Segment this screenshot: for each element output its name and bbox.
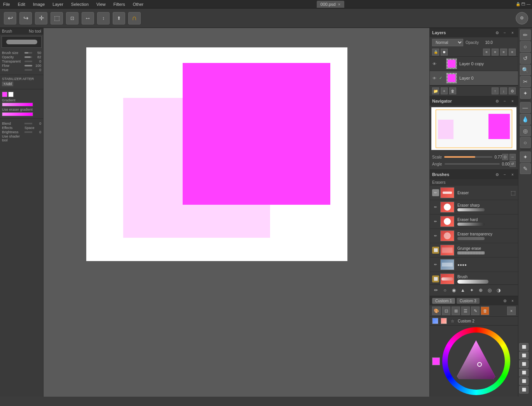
navigator-preview[interactable]: [431, 107, 516, 150]
redo-btn[interactable]: ↪: [19, 12, 32, 24]
flip-v-btn[interactable]: ↕: [97, 12, 110, 24]
dodge-tool-btn[interactable]: ◎: [486, 286, 494, 294]
fit-canvas-btn[interactable]: ⊡: [502, 154, 508, 160]
angle-slider[interactable]: [445, 163, 500, 165]
layer-0-copy-item[interactable]: 👁 Layer 0 copy: [430, 57, 518, 71]
lock-icon[interactable]: 🔒: [432, 49, 439, 56]
stamp-tool-btn[interactable]: ✦: [468, 286, 476, 294]
add-stabilizer-btn[interactable]: +Add: [2, 82, 13, 86]
layers-settings-icon[interactable]: ⚙: [494, 30, 500, 36]
preset-gradient-icon2[interactable]: [441, 318, 447, 324]
star-icon[interactable]: ☆: [449, 318, 455, 324]
delete-layer-btn[interactable]: 🗑: [449, 87, 456, 94]
replace-tool-btn[interactable]: ⊕: [477, 286, 485, 294]
export-btn[interactable]: ⬆: [113, 12, 125, 24]
actual-size-btn[interactable]: ↔: [509, 154, 516, 160]
layer-settings-btn[interactable]: ⚙: [509, 87, 516, 94]
color-swatches-btn[interactable]: ⊡: [442, 307, 450, 315]
brush-eraser-hard[interactable]: ✏ Eraser hard: [430, 214, 518, 229]
active-color-swatch[interactable]: [432, 357, 440, 365]
brightness-slider[interactable]: [24, 131, 32, 133]
menu-layer[interactable]: Layer: [51, 1, 65, 7]
layers-align3-icon[interactable]: ≡: [500, 49, 507, 56]
rt-zoom-btn[interactable]: 🔍: [520, 64, 531, 75]
move-up-btn[interactable]: ↑: [492, 87, 499, 94]
brushes-close-icon[interactable]: ×: [509, 171, 516, 178]
brush-dots[interactable]: ✏ ●●●●: [430, 258, 518, 272]
color-palette-btn[interactable]: 🎨: [432, 307, 441, 315]
tab-close-btn[interactable]: ×: [338, 2, 340, 7]
rt-extra-btn[interactable]: ✦: [520, 152, 531, 162]
rt-smudge-btn[interactable]: ◎: [520, 125, 531, 136]
menu-edit[interactable]: Edit: [16, 1, 27, 7]
menu-image[interactable]: Image: [31, 1, 47, 7]
rt-eyedrop-btn[interactable]: 💧: [520, 114, 531, 125]
blur-tool-btn[interactable]: ◉: [450, 286, 458, 294]
layers-align2-icon[interactable]: ≡: [492, 49, 499, 56]
pencil-tool-btn[interactable]: ✏: [432, 286, 440, 294]
rt-line-btn[interactable]: —: [520, 102, 531, 113]
bottom-icon-4[interactable]: ⬜: [519, 369, 529, 376]
rt-circle-btn[interactable]: ○: [520, 41, 531, 52]
new-group-btn[interactable]: 📁: [432, 87, 439, 94]
layer-0-copy-vis[interactable]: 👁: [432, 61, 437, 66]
opacity-slider[interactable]: [24, 56, 32, 58]
color-delete-btn[interactable]: 🗑: [481, 307, 489, 315]
flip-h-btn[interactable]: ↔: [82, 12, 94, 24]
select-transform-btn[interactable]: ⊡: [66, 12, 78, 24]
menu-filters[interactable]: Filters: [112, 1, 127, 7]
menu-selection[interactable]: Selection: [70, 1, 90, 7]
color-wheel-container[interactable]: [442, 327, 510, 395]
navigator-minimize-icon[interactable]: −: [502, 98, 508, 104]
scale-slider[interactable]: [444, 156, 492, 158]
preset-gradient-icon1[interactable]: [432, 318, 438, 324]
undo-btn[interactable]: ↩: [4, 12, 16, 24]
color-panel-close-icon[interactable]: ×: [509, 298, 516, 304]
bottom-icon-2[interactable]: ⬜: [519, 352, 529, 359]
fill-tool-btn[interactable]: ▲: [459, 286, 467, 294]
rt-pencil-btn[interactable]: ✏: [520, 30, 531, 40]
navigator-settings-icon[interactable]: ⚙: [494, 98, 500, 104]
brush-grunge-erase[interactable]: ⬜ Grunge erase: [430, 243, 518, 258]
add-layer-btn[interactable]: +: [441, 87, 448, 94]
settings-icon[interactable]: ⚙: [516, 12, 528, 24]
flow-slider[interactable]: [24, 65, 32, 66]
brush-eraser[interactable]: ✏ Eraser ⬚: [430, 186, 518, 200]
reset-angle-btn[interactable]: ↺: [509, 161, 516, 167]
transparent-slider[interactable]: [24, 61, 32, 62]
layer-0-vis[interactable]: 👁: [432, 76, 437, 80]
fore-color-swatch[interactable]: [2, 92, 7, 97]
select-rect-btn[interactable]: ⬚: [51, 12, 63, 24]
custom3-tab[interactable]: Custom 3: [457, 298, 480, 304]
brush-size-slider[interactable]: [24, 52, 32, 54]
color-pick-btn[interactable]: ✎: [471, 307, 480, 315]
navigator-close-icon[interactable]: ×: [509, 98, 516, 104]
menu-other[interactable]: Other: [131, 1, 145, 7]
color-panel-settings-icon[interactable]: ⚙: [502, 298, 508, 304]
move-down-btn[interactable]: ↓: [500, 87, 507, 94]
color-list-btn[interactable]: ☰: [461, 307, 470, 315]
bottom-icon-1[interactable]: ⬜: [519, 343, 529, 351]
document-tab[interactable]: 000.psd ×: [317, 1, 345, 8]
color-close-btn[interactable]: ×: [507, 307, 516, 315]
blend-mode-select[interactable]: Normal: [432, 39, 463, 46]
layer-0-item[interactable]: 👁 ✓ Layer 0: [430, 71, 518, 85]
brush-regular[interactable]: ⬜ Brush: [430, 272, 518, 284]
smudge-tool-btn[interactable]: ○: [441, 286, 449, 294]
back-color-swatch[interactable]: [8, 92, 14, 97]
color-grid-btn[interactable]: ⊞: [452, 307, 460, 315]
lock-transparency-icon[interactable]: 🔲: [441, 49, 448, 56]
rt-dodge-btn[interactable]: ○: [520, 137, 531, 148]
bottom-icon-5[interactable]: ⬜: [519, 377, 529, 385]
hue-slider[interactable]: [24, 69, 32, 71]
rt-rotate-btn[interactable]: ↺: [520, 53, 531, 64]
menu-file[interactable]: File: [2, 1, 12, 7]
menu-view[interactable]: View: [95, 1, 107, 7]
brush-eraser-transparency[interactable]: ✏ Eraser transparency: [430, 229, 518, 243]
rt-paint-btn[interactable]: ✎: [520, 163, 531, 174]
brushes-minimize-icon[interactable]: −: [502, 171, 508, 178]
rt-crop-btn[interactable]: ✂: [520, 76, 531, 87]
blend-slider[interactable]: [24, 123, 32, 124]
layers-close-icon[interactable]: ×: [509, 30, 516, 36]
custom1-tab[interactable]: Custom 1: [432, 298, 455, 304]
